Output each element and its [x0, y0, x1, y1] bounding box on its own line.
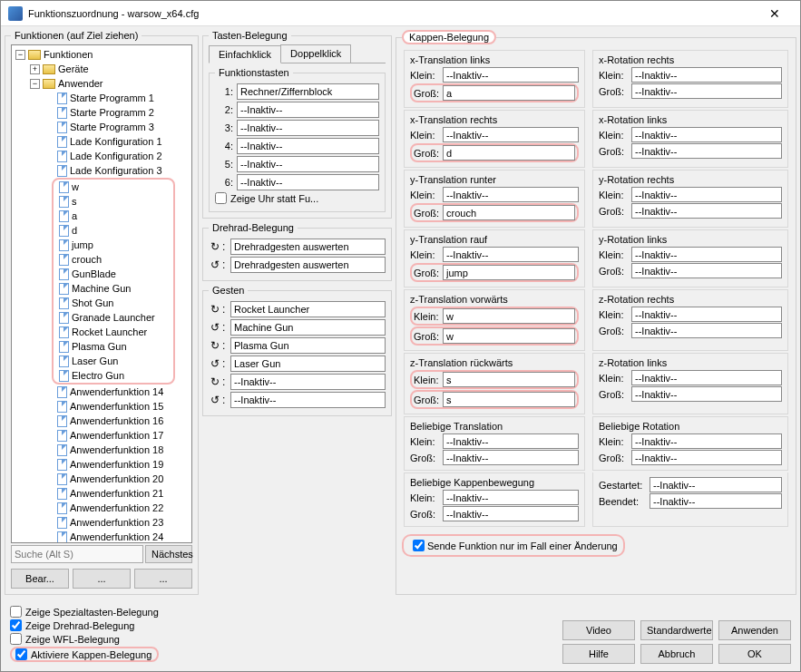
- bear-button[interactable]: Bear...: [11, 569, 69, 589]
- functions-tree[interactable]: −Funktionen+Geräte−AnwenderStarte Progra…: [11, 44, 192, 543]
- kappen-input[interactable]: [631, 67, 782, 83]
- kappen-input[interactable]: [443, 187, 579, 202]
- gesture-input-4[interactable]: [230, 374, 386, 390]
- fk-input-2[interactable]: [237, 102, 379, 118]
- kappen-input[interactable]: [631, 187, 782, 202]
- dots2-button[interactable]: ...: [134, 569, 192, 589]
- clock-checkbox[interactable]: [215, 192, 227, 204]
- tab-doppelklick[interactable]: Doppelklick: [280, 44, 351, 63]
- gesture-input-2[interactable]: [230, 337, 386, 354]
- drehrad-2[interactable]: [230, 257, 386, 273]
- close-icon[interactable]: ✕: [757, 6, 793, 21]
- gesture-input-5[interactable]: [230, 392, 386, 408]
- tree-item[interactable]: crouch: [54, 252, 173, 267]
- kappen-input[interactable]: [631, 370, 782, 385]
- tree-item[interactable]: Anwenderfunktion 17: [12, 428, 191, 443]
- kappen-input[interactable]: [443, 450, 579, 465]
- tree-item[interactable]: Anwenderfunktion 18: [12, 443, 191, 457]
- help-button[interactable]: Hilfe: [562, 644, 635, 664]
- kappen-input[interactable]: [443, 328, 575, 344]
- kappen-input[interactable]: [631, 433, 782, 449]
- tree-item[interactable]: d: [54, 223, 173, 238]
- tree-item[interactable]: w: [54, 180, 173, 194]
- tree-item[interactable]: Anwenderfunktion 24: [12, 530, 191, 543]
- next-button[interactable]: Nächstes: [145, 545, 192, 563]
- tree-item[interactable]: Rocket Launcher: [54, 325, 173, 339]
- kappen-input[interactable]: [443, 392, 575, 407]
- kappen-input[interactable]: [631, 143, 782, 159]
- kappen-input[interactable]: [650, 477, 782, 492]
- show-drehrad-checkbox[interactable]: [10, 619, 22, 631]
- show-wfl-checkbox[interactable]: [10, 633, 22, 645]
- kappen-input[interactable]: [443, 308, 575, 324]
- kappen-input[interactable]: [650, 493, 782, 509]
- kappen-input[interactable]: [631, 247, 782, 262]
- fk-input-1[interactable]: [237, 83, 379, 100]
- tree-item[interactable]: Lade Konfiguration 1: [12, 134, 191, 149]
- ok-button[interactable]: OK: [718, 644, 791, 664]
- defaults-button[interactable]: Standardwerte: [640, 620, 713, 640]
- cancel-button[interactable]: Abbruch: [640, 644, 713, 664]
- fk-input-5[interactable]: [237, 156, 379, 172]
- tree-item[interactable]: Anwenderfunktion 16: [12, 414, 191, 428]
- tab-einfachklick[interactable]: Einfachklick: [209, 45, 281, 63]
- kappen-input[interactable]: [631, 263, 782, 278]
- kappen-input[interactable]: [443, 490, 579, 505]
- kappen-input[interactable]: [443, 433, 579, 449]
- tree-item[interactable]: Anwenderfunktion 19: [12, 457, 191, 472]
- kappen-input[interactable]: [443, 145, 575, 161]
- tree-item[interactable]: Laser Gun: [54, 354, 173, 368]
- kappen-input[interactable]: [443, 506, 579, 521]
- kappen-input[interactable]: [443, 127, 579, 142]
- kappen-input[interactable]: [631, 203, 782, 219]
- fk-input-4[interactable]: [237, 138, 379, 154]
- kappen-input[interactable]: [631, 83, 782, 99]
- tree-item[interactable]: Granade Launcher: [54, 310, 173, 325]
- kappen-input[interactable]: [443, 265, 575, 280]
- gesture-input-1[interactable]: [230, 319, 386, 336]
- kappen-input[interactable]: [631, 386, 782, 402]
- tree-item[interactable]: Anwenderfunktion 14: [12, 385, 191, 399]
- tree-item[interactable]: Machine Gun: [54, 281, 173, 296]
- send-change-checkbox[interactable]: [413, 540, 425, 551]
- apply-button[interactable]: Anwenden: [718, 620, 791, 640]
- tree-item[interactable]: −Funktionen: [12, 47, 191, 62]
- tree-item[interactable]: +Geräte: [12, 62, 191, 76]
- tree-item[interactable]: Anwenderfunktion 20: [12, 472, 191, 486]
- gesture-input-0[interactable]: [230, 301, 386, 317]
- gesture-input-3[interactable]: [230, 355, 386, 372]
- activate-kappen-checkbox[interactable]: [15, 648, 27, 660]
- tree-item[interactable]: Starte Programm 3: [12, 120, 191, 134]
- tree-item[interactable]: GunBlade: [54, 267, 173, 281]
- tree-item[interactable]: Anwenderfunktion 22: [12, 501, 191, 515]
- dots1-button[interactable]: ...: [73, 569, 131, 589]
- kappen-input[interactable]: [443, 85, 575, 101]
- kappen-input[interactable]: [631, 323, 782, 338]
- tree-item[interactable]: Lade Konfiguration 2: [12, 149, 191, 163]
- tree-item[interactable]: jump: [54, 238, 173, 252]
- tree-item[interactable]: Anwenderfunktion 15: [12, 399, 191, 414]
- kappen-input[interactable]: [631, 127, 782, 142]
- kappen-input[interactable]: [631, 450, 782, 465]
- fk-input-6[interactable]: [237, 174, 379, 190]
- tree-item[interactable]: s: [54, 194, 173, 209]
- kappen-input[interactable]: [631, 307, 782, 322]
- tree-item[interactable]: Plasma Gun: [54, 339, 173, 354]
- tree-item[interactable]: Electro Gun: [54, 368, 173, 383]
- tree-item[interactable]: Shot Gun: [54, 296, 173, 310]
- drehrad-1[interactable]: [230, 239, 386, 255]
- tree-item[interactable]: Starte Programm 2: [12, 105, 191, 120]
- fk-input-3[interactable]: [237, 120, 379, 136]
- tree-item[interactable]: Lade Konfiguration 3: [12, 163, 191, 178]
- kappen-input[interactable]: [443, 67, 579, 83]
- tree-item[interactable]: Anwenderfunktion 21: [12, 486, 191, 501]
- search-input[interactable]: [11, 545, 143, 563]
- show-special-checkbox[interactable]: [10, 606, 22, 618]
- tree-item[interactable]: −Anwender: [12, 76, 191, 91]
- tree-item[interactable]: Anwenderfunktion 23: [12, 515, 191, 530]
- tree-item[interactable]: a: [54, 209, 173, 223]
- kappen-input[interactable]: [443, 205, 575, 220]
- kappen-input[interactable]: [443, 247, 579, 262]
- video-button[interactable]: Video: [562, 620, 635, 640]
- tree-item[interactable]: Starte Programm 1: [12, 91, 191, 105]
